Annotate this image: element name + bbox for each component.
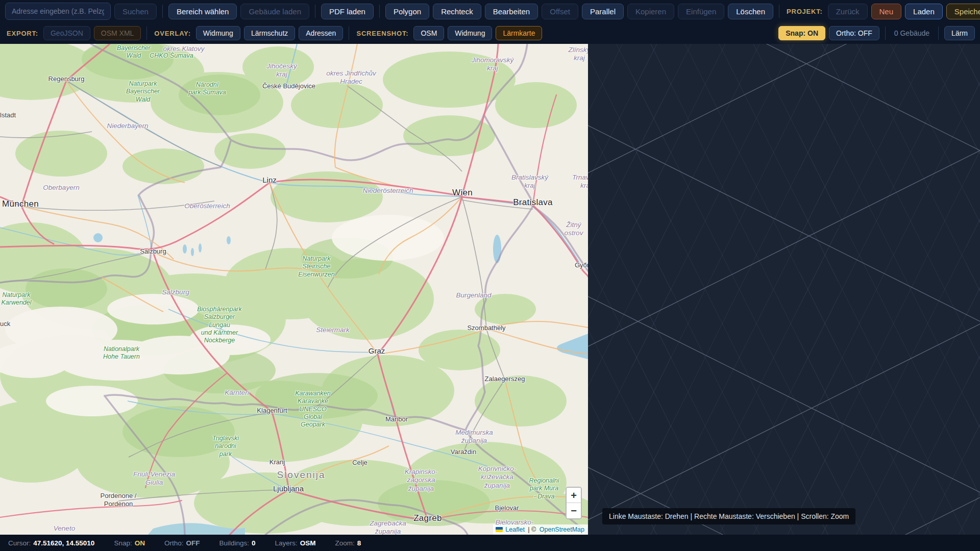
paste-button[interactable]: Einfügen (678, 4, 724, 19)
status-layers-label: Layers: (275, 539, 298, 547)
ukraine-flag-icon (496, 527, 503, 532)
select-area-button[interactable]: Bereich wählen (168, 4, 237, 19)
polygon-tool-button[interactable]: Polygon (385, 4, 429, 19)
search-button[interactable]: Suchen (114, 4, 157, 19)
offset-tool-button[interactable]: Offset (542, 4, 578, 19)
load-buildings-button[interactable]: Gebäude laden (240, 4, 309, 19)
export-section-label: EXPORT: (5, 30, 40, 37)
project-section-label: PROJEKT: (785, 8, 824, 15)
toolbar-divider (315, 5, 315, 18)
map-zoom-control: + − (566, 487, 582, 519)
ortho-toggle-button[interactable]: Ortho: OFF (829, 26, 879, 40)
viewport-hint: Linke Maustaste: Drehen | Rechte Maustas… (602, 508, 855, 524)
status-buildings-value: 0 (252, 539, 256, 547)
save-project-button[interactable]: Speichern (946, 4, 980, 19)
status-zoom-value: 8 (357, 539, 361, 547)
status-cursor-value: 47.51620, 14.55010 (33, 539, 94, 547)
attribution-separator: | © (526, 526, 538, 533)
toolbar-main: Suchen Bereich wählen Gebäude laden PDF … (0, 0, 980, 22)
export-osmxml-button[interactable]: OSM XML (94, 26, 141, 40)
status-bar: Cursor: 47.51620, 14.55010 Snap: ON Orth… (0, 535, 980, 551)
status-buildings: Buildings: 0 (219, 539, 255, 547)
edit-tool-button[interactable]: Bearbeiten (485, 4, 538, 19)
openstreetmap-link[interactable]: OpenStreetMap (540, 526, 584, 533)
delete-button[interactable]: Löschen (728, 4, 773, 19)
status-zoom-label: Zoom: (335, 539, 355, 547)
viewport-3d[interactable]: Linke Maustaste: Drehen | Rechte Maustas… (588, 44, 980, 535)
load-project-button[interactable]: Laden (905, 4, 943, 19)
overlay-section-label: OVERLAY: (153, 30, 192, 37)
zoom-out-button[interactable]: − (567, 503, 581, 518)
toolbar-divider (779, 5, 779, 18)
grid-3d (588, 44, 980, 535)
status-zoom: Zoom: 8 (335, 539, 361, 547)
overlay-widmung-button[interactable]: Widmung (196, 26, 240, 40)
overlay-laermschutz-button[interactable]: Lärmschutz (244, 26, 295, 40)
screenshot-laermkarte-button[interactable]: Lärmkarte (496, 26, 542, 40)
status-ortho-label: Ortho: (164, 539, 184, 547)
status-snap-label: Snap: (114, 539, 132, 547)
pdf-load-button[interactable]: PDF laden (321, 4, 374, 19)
building-count: 0 Gebäude (891, 29, 933, 37)
toolbar-divider (146, 27, 147, 40)
status-layers-value: OSM (300, 539, 316, 547)
undo-button[interactable]: Zurück (828, 4, 868, 19)
screenshot-widmung-button[interactable]: Widmung (448, 26, 492, 40)
status-ortho: Ortho: OFF (164, 539, 200, 547)
toolbar-divider (885, 27, 886, 40)
status-snap: Snap: ON (114, 539, 145, 547)
rectangle-tool-button[interactable]: Rechteck (433, 4, 481, 19)
screenshot-osm-button[interactable]: OSM (413, 26, 444, 40)
screenshot-section-label: SCREENSHOT: (355, 30, 410, 37)
status-buildings-label: Buildings: (219, 539, 249, 547)
status-ortho-value: OFF (186, 539, 200, 547)
status-snap-value: ON (135, 539, 145, 547)
address-input[interactable] (5, 3, 111, 20)
toolbar-divider (938, 27, 939, 40)
overlay-adressen-button[interactable]: Adressen (299, 26, 343, 40)
app-root: Suchen Bereich wählen Gebäude laden PDF … (0, 0, 980, 551)
export-geojson-button[interactable]: GeoJSON (43, 26, 90, 40)
map-attribution: Leaflet | © OpenStreetMap (493, 524, 588, 535)
status-layers: Layers: OSM (275, 539, 316, 547)
toolbar-secondary: EXPORT: GeoJSON OSM XML OVERLAY: Widmung… (0, 22, 980, 44)
main-area: MünchenRegensburgolstadtLinzWienBratisla… (0, 44, 980, 535)
status-cursor-label: Cursor: (8, 539, 31, 547)
zoom-in-button[interactable]: + (567, 488, 581, 503)
map-tiles (0, 44, 588, 535)
noise-button[interactable]: Lärm (944, 26, 975, 40)
snap-toggle-button[interactable]: Snap: ON (778, 26, 825, 40)
new-project-button[interactable]: Neu (871, 4, 902, 19)
toolbar-divider (162, 5, 163, 18)
parallel-tool-button[interactable]: Parallel (582, 4, 624, 19)
leaflet-link[interactable]: Leaflet (505, 526, 525, 533)
copy-button[interactable]: Kopieren (627, 4, 674, 19)
map-canvas[interactable]: MünchenRegensburgolstadtLinzWienBratisla… (0, 44, 588, 535)
toolbar-divider (349, 27, 349, 40)
toolbar-divider (379, 5, 380, 18)
status-cursor: Cursor: 47.51620, 14.55010 (8, 539, 94, 547)
